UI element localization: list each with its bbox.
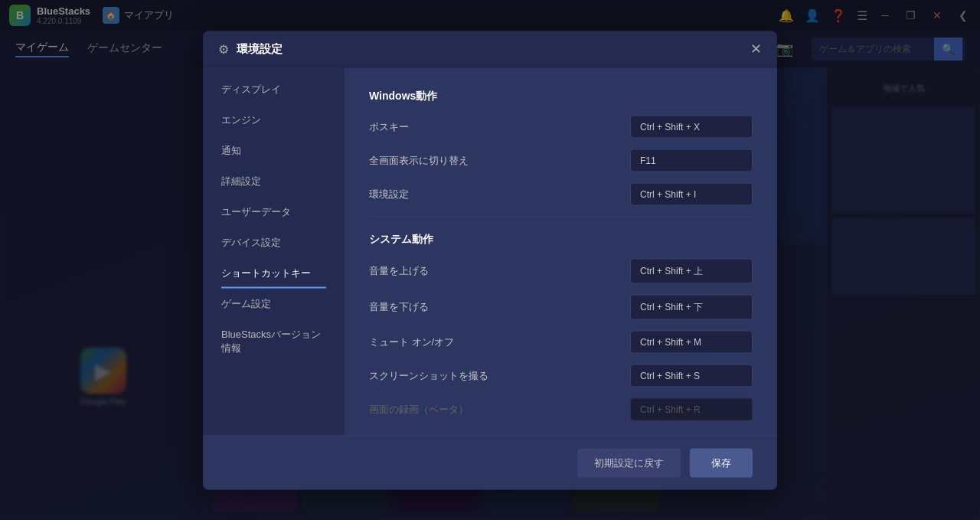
shortcut-key-screenshot[interactable]: Ctrl + Shift + S <box>630 364 753 387</box>
dialog-title: 環境設定 <box>237 41 743 56</box>
shortcut-row-record: 画面の録画（ベータ） Ctrl + Shift + R <box>369 397 753 420</box>
dialog-close-button[interactable]: ✕ <box>750 42 762 56</box>
shortcut-row-boss: ボスキー Ctrl + Shift + X <box>369 115 753 138</box>
nav-item-shortcut[interactable]: ショートカットキー <box>203 257 345 288</box>
shortcut-key-vol-down[interactable]: Ctrl + Shift + 下 <box>630 294 753 319</box>
nav-item-engine[interactable]: エンジン <box>203 104 345 135</box>
nav-item-gamesettings[interactable]: ゲーム設定 <box>203 288 345 319</box>
shortcut-row-fullscreen: 全画面表示に切り替え F11 <box>369 149 753 172</box>
dialog-content: Windows動作 ボスキー Ctrl + Shift + X 全画面表示に切り… <box>345 67 777 435</box>
shortcut-label-mute: ミュート オン/オフ <box>369 335 630 348</box>
nav-item-userdata[interactable]: ユーザーデータ <box>203 196 345 227</box>
shortcut-row-vol-down: 音量を下げる Ctrl + Shift + 下 <box>369 294 753 319</box>
shortcut-label-boss: ボスキー <box>369 119 630 133</box>
shortcut-label-vol-down: 音量を下げる <box>369 300 630 314</box>
shortcut-key-boss[interactable]: Ctrl + Shift + X <box>630 115 753 138</box>
nav-item-about[interactable]: BlueStacksバージョン情報 <box>203 319 345 363</box>
gear-icon: ⚙ <box>218 41 229 56</box>
shortcut-label-record: 画面の録画（ベータ） <box>369 402 630 416</box>
shortcut-key-settings[interactable]: Ctrl + Shift + I <box>630 182 753 205</box>
shortcut-key-vol-up[interactable]: Ctrl + Shift + 上 <box>630 258 753 283</box>
dialog-footer: 初期設定に戻す 保存 <box>203 435 777 489</box>
shortcut-row-mute: ミュート オン/オフ Ctrl + Shift + M <box>369 330 753 353</box>
section-windows-title: Windows動作 <box>369 89 753 103</box>
dialog-nav: ディスプレイ エンジン 通知 詳細設定 ユーザーデータ デバイス設定 ショートカ… <box>203 67 345 435</box>
shortcut-row-screenshot: スクリーンショットを撮る Ctrl + Shift + S <box>369 364 753 387</box>
shortcut-label-vol-up: 音量を上げる <box>369 264 630 278</box>
shortcut-key-record: Ctrl + Shift + R <box>630 397 753 420</box>
shortcut-label-fullscreen: 全画面表示に切り替え <box>369 153 630 167</box>
shortcut-key-fullscreen[interactable]: F11 <box>630 149 753 172</box>
settings-dialog: ⚙ 環境設定 ✕ ディスプレイ エンジン 通知 詳細設定 ユーザーデータ デバイ… <box>203 31 777 489</box>
dialog-header: ⚙ 環境設定 ✕ <box>203 31 777 67</box>
save-button[interactable]: 保存 <box>690 448 753 477</box>
shortcut-row-vol-up: 音量を上げる Ctrl + Shift + 上 <box>369 258 753 283</box>
nav-item-display[interactable]: ディスプレイ <box>203 74 345 104</box>
section-divider <box>369 216 753 217</box>
nav-item-device[interactable]: デバイス設定 <box>203 227 345 257</box>
shortcut-row-settings: 環境設定 Ctrl + Shift + I <box>369 182 753 205</box>
dialog-body: ディスプレイ エンジン 通知 詳細設定 ユーザーデータ デバイス設定 ショートカ… <box>203 67 777 435</box>
shortcut-key-mute[interactable]: Ctrl + Shift + M <box>630 330 753 353</box>
reset-button[interactable]: 初期設定に戻す <box>577 448 681 477</box>
shortcut-label-settings: 環境設定 <box>369 187 630 201</box>
shortcut-label-screenshot: スクリーンショットを撮る <box>369 368 630 382</box>
nav-item-detail[interactable]: 詳細設定 <box>203 165 345 196</box>
section-system-title: システム動作 <box>369 232 753 246</box>
nav-item-notification[interactable]: 通知 <box>203 135 345 165</box>
